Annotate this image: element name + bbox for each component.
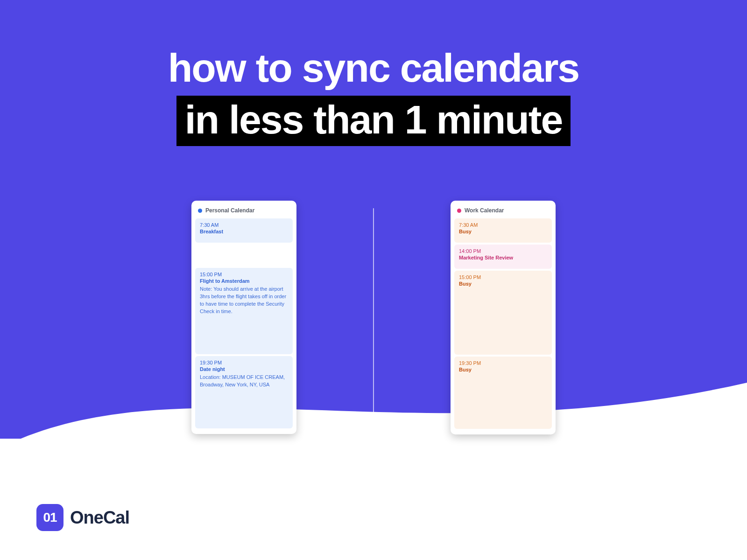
brand-logo: 01 OneCal bbox=[36, 504, 129, 531]
calendar-event: 19:30 PM Busy bbox=[454, 357, 552, 429]
personal-calendar-header: Personal Calendar bbox=[195, 205, 293, 218]
calendar-event: 7:30 AM Busy bbox=[454, 218, 552, 243]
personal-calendar-title: Personal Calendar bbox=[205, 207, 254, 214]
brand-logo-icon: 01 bbox=[36, 504, 63, 531]
event-time: 19:30 PM bbox=[459, 360, 547, 366]
vertical-divider bbox=[373, 208, 374, 446]
event-title: Date night bbox=[200, 366, 288, 372]
work-calendar-header: Work Calendar bbox=[454, 205, 552, 218]
event-title: Flight to Amsterdam bbox=[200, 278, 288, 284]
wave-footer bbox=[0, 439, 747, 560]
headline-line1: how to sync calendars bbox=[0, 46, 747, 90]
event-title: Marketing Site Review bbox=[459, 255, 547, 260]
calendar-event: 15:00 PM Flight to Amsterdam Note: You s… bbox=[195, 268, 293, 354]
event-time: 19:30 PM bbox=[200, 360, 288, 365]
calendar-event: 15:00 PM Busy bbox=[454, 271, 552, 355]
event-title: Breakfast bbox=[200, 229, 288, 234]
work-calendar-title: Work Calendar bbox=[465, 207, 504, 214]
calendar-dot-icon bbox=[457, 209, 461, 213]
event-time: 15:00 PM bbox=[200, 272, 288, 277]
personal-calendar-card: Personal Calendar 7:30 AM Breakfast 15:0… bbox=[191, 201, 296, 434]
headline-line2: in less than 1 minute bbox=[176, 96, 571, 147]
brand-logo-icon-text: 01 bbox=[43, 510, 56, 525]
calendar-event: 14:00 PM Marketing Site Review bbox=[454, 245, 552, 269]
brand-logo-text: OneCal bbox=[70, 508, 129, 528]
calendars-row: Personal Calendar 7:30 AM Breakfast 15:0… bbox=[0, 201, 747, 446]
event-time: 15:00 PM bbox=[459, 274, 547, 280]
event-time: 7:30 AM bbox=[200, 222, 288, 228]
calendar-event: 19:30 PM Date night Location: MUSEUM OF … bbox=[195, 356, 293, 428]
work-calendar-card: Work Calendar 7:30 AM Busy 14:00 PM Mark… bbox=[451, 201, 556, 434]
event-description: Note: You should arrive at the airport 3… bbox=[200, 286, 288, 315]
event-title: Busy bbox=[459, 367, 547, 372]
calendar-event: 7:30 AM Breakfast bbox=[195, 218, 293, 243]
event-title: Busy bbox=[459, 229, 547, 234]
event-title: Busy bbox=[459, 281, 547, 287]
calendar-dot-icon bbox=[198, 209, 202, 213]
event-time: 14:00 PM bbox=[459, 248, 547, 254]
event-description: Location: MUSEUM OF ICE CREAM, Broadway,… bbox=[200, 374, 288, 389]
event-time: 7:30 AM bbox=[459, 222, 547, 228]
headline: how to sync calendars in less than 1 min… bbox=[0, 46, 747, 146]
divider-column bbox=[296, 201, 451, 446]
event-gap bbox=[195, 245, 293, 268]
